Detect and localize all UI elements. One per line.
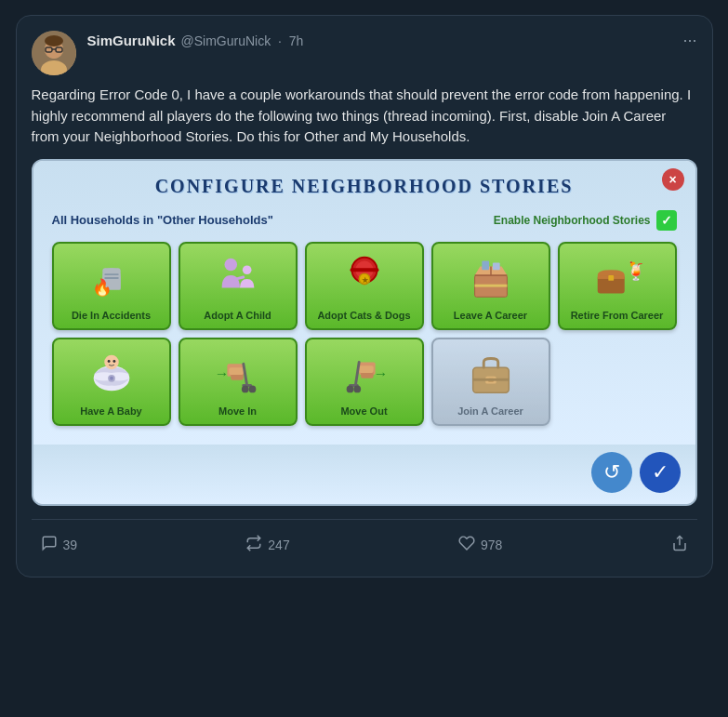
username[interactable]: @SimGuruNick <box>181 33 271 48</box>
reply-icon <box>41 535 58 556</box>
more-button[interactable]: ··· <box>682 31 696 50</box>
game-subtitle-row: All Households in "Other Households" Ena… <box>52 210 677 231</box>
join-a-career-label: Join A Career <box>457 405 523 418</box>
svg-point-52 <box>353 385 361 392</box>
enable-label: Enable Neighborhood Stories <box>494 214 651 227</box>
tile-retire-from-career[interactable]: 🍹 Retire From Career <box>558 242 677 330</box>
svg-rect-10 <box>104 273 118 275</box>
retire-from-career-label: Retire From Career <box>571 310 664 322</box>
adopt-cats-dogs-icon: ★ <box>337 249 392 305</box>
avatar[interactable] <box>32 31 76 75</box>
like-action[interactable]: 978 <box>449 529 511 562</box>
svg-point-36 <box>107 359 110 362</box>
svg-rect-40 <box>229 367 243 375</box>
enable-row: Enable Neighborhood Stories ✓ <box>494 210 677 231</box>
game-panel-inner: Configure Neighborhood Stories All House… <box>33 161 695 445</box>
enable-checkbox[interactable]: ✓ <box>656 210 677 231</box>
svg-point-14 <box>242 265 251 274</box>
tile-die-in-accidents[interactable]: 🔥 Die In Accidents <box>52 242 171 330</box>
display-name[interactable]: SimGuruNick <box>87 33 176 48</box>
share-action[interactable] <box>662 529 697 562</box>
move-out-icon: → <box>337 345 392 401</box>
retweet-count: 247 <box>268 538 289 552</box>
refresh-icon: ↺ <box>603 460 620 485</box>
die-in-accidents-icon: 🔥 <box>84 249 139 305</box>
svg-point-44 <box>248 385 256 392</box>
leave-a-career-label: Leave A Career <box>454 310 527 322</box>
svg-point-35 <box>104 354 118 368</box>
reply-count: 39 <box>63 538 78 552</box>
svg-text:★: ★ <box>362 275 369 284</box>
svg-rect-48 <box>359 365 373 373</box>
game-title: Configure Neighborhood Stories <box>52 176 677 197</box>
svg-rect-30 <box>608 275 614 281</box>
game-panel-footer: ↺ ✓ <box>33 445 695 504</box>
move-in-label: Move In <box>218 405 257 418</box>
share-icon <box>671 535 688 556</box>
svg-rect-27 <box>474 284 507 286</box>
tile-move-in[interactable]: → Move In <box>179 338 298 426</box>
svg-rect-58 <box>472 378 509 380</box>
svg-line-41 <box>243 364 246 385</box>
svg-text:🍹: 🍹 <box>624 260 643 282</box>
game-subtitle: All Households in "Other Households" <box>52 213 273 227</box>
move-out-label: Move Out <box>340 405 387 418</box>
tile-move-out[interactable]: → Move Out <box>305 338 424 426</box>
retweet-icon <box>245 535 262 556</box>
svg-rect-25 <box>482 260 489 270</box>
retire-from-career-icon: 🍹 <box>589 249 645 305</box>
svg-point-34 <box>110 376 113 379</box>
tile-adopt-a-child[interactable]: Adopt A Child <box>179 242 298 330</box>
tweet-time: 7h <box>289 33 304 48</box>
join-a-career-icon <box>463 345 519 401</box>
svg-line-49 <box>355 362 359 385</box>
username-time: @SimGuruNick · 7h <box>181 33 304 48</box>
have-a-baby-icon <box>84 345 139 401</box>
svg-point-51 <box>346 385 353 392</box>
game-grid-row1: 🔥 Die In Accidents <box>52 242 677 330</box>
tweet-actions: 39 247 978 <box>32 519 697 562</box>
move-in-icon: → <box>210 345 266 401</box>
have-a-baby-label: Have A Baby <box>80 405 141 418</box>
confirm-icon: ✓ <box>652 460 668 485</box>
svg-point-7 <box>45 35 63 46</box>
tile-leave-a-career[interactable]: Leave A Career <box>431 242 550 330</box>
tweet-card: SimGuruNick @SimGuruNick · 7h ··· Regard… <box>16 15 713 578</box>
game-grid-row2: Have A Baby <box>52 338 677 426</box>
svg-rect-20 <box>350 268 378 272</box>
like-icon <box>458 535 475 556</box>
svg-rect-26 <box>492 262 499 270</box>
game-panel: Configure Neighborhood Stories All House… <box>32 159 697 506</box>
leave-a-career-icon <box>463 249 519 305</box>
tile-join-a-career[interactable]: Join A Career <box>431 338 550 426</box>
svg-line-15 <box>236 277 244 279</box>
svg-point-37 <box>113 359 115 362</box>
confirm-button[interactable]: ✓ <box>640 452 681 493</box>
like-count: 978 <box>481 538 502 552</box>
adopt-a-child-label: Adopt A Child <box>204 310 271 322</box>
tile-have-a-baby[interactable]: Have A Baby <box>52 338 171 426</box>
avatar-image <box>32 31 76 75</box>
tweet-text: Regarding Error Code 0, I have a couple … <box>32 85 697 148</box>
svg-text:→: → <box>373 365 387 380</box>
svg-text:🔥: 🔥 <box>91 277 112 298</box>
game-panel-wrapper: × Configure Neighborhood Stories All Hou… <box>32 159 697 506</box>
die-in-accidents-label: Die In Accidents <box>72 310 151 322</box>
tweet-header: SimGuruNick @SimGuruNick · 7h ··· <box>32 31 697 75</box>
adopt-a-child-icon <box>210 249 266 305</box>
tile-adopt-cats-dogs[interactable]: ★ Adopt Cats & Dogs <box>305 242 424 330</box>
adopt-cats-dogs-label: Adopt Cats & Dogs <box>317 310 410 322</box>
refresh-button[interactable]: ↺ <box>591 452 632 493</box>
retweet-action[interactable]: 247 <box>236 529 298 562</box>
svg-text:→: → <box>214 365 228 380</box>
reply-action[interactable]: 39 <box>32 529 87 562</box>
svg-point-13 <box>224 258 237 271</box>
close-button[interactable]: × <box>662 168 684 191</box>
svg-point-43 <box>241 385 248 392</box>
user-info: SimGuruNick @SimGuruNick · 7h ··· <box>87 31 697 50</box>
